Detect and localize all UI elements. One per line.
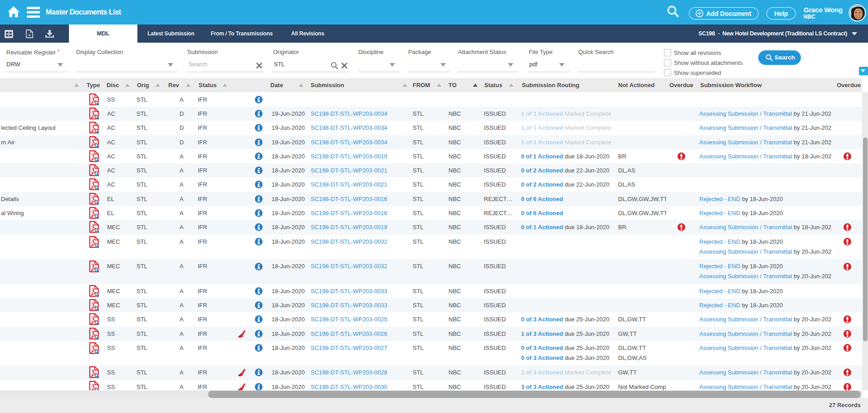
svg-text:x: x bbox=[28, 33, 30, 37]
